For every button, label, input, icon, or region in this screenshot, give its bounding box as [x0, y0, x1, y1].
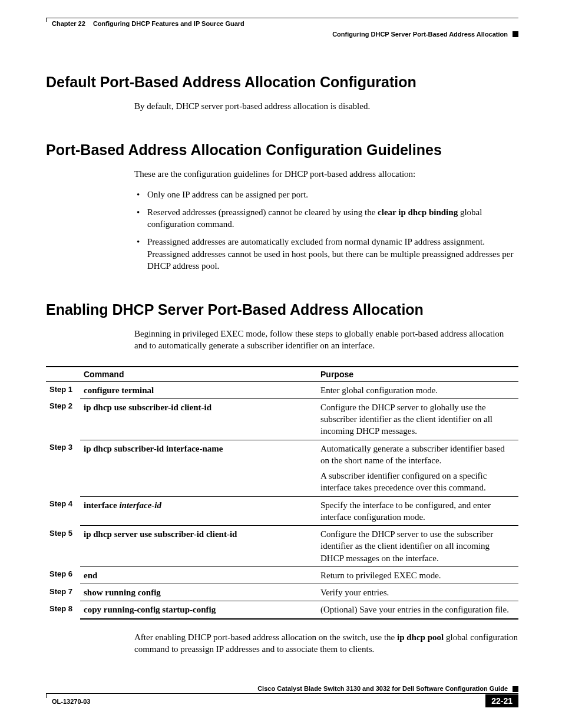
command-text: copy running-config startup-config — [84, 605, 216, 614]
chapter-title: Configuring DHCP Features and IP Source … — [93, 20, 244, 27]
purpose-text: Automatically generate a subscriber iden… — [320, 444, 505, 465]
command-text: ip dhcp subscriber-id interface-name — [84, 444, 223, 453]
paragraph: By default, DHCP server port-based addre… — [134, 100, 518, 112]
footer-guide-title: Cisco Catalyst Blade Switch 3130 and 303… — [257, 685, 508, 693]
page-number: 22-21 — [485, 694, 518, 707]
list-item: Preassigned addresses are automatically … — [134, 236, 518, 272]
header-marker-box — [513, 31, 518, 37]
command-cell: interface interface-id — [80, 496, 317, 526]
purpose-cell: (Optional) Save your entries in the conf… — [317, 601, 518, 619]
chapter-line: Chapter 22 Configuring DHCP Features and… — [46, 18, 518, 27]
bullet-text: Preassigned addresses are automatically … — [147, 237, 514, 271]
purpose-cell: Automatically generate a subscriber iden… — [317, 440, 518, 496]
table-header-purpose: Purpose — [317, 367, 518, 382]
step-label: Step 7 — [46, 584, 80, 601]
body-enabling: Beginning in privileged EXEC mode, follo… — [134, 328, 518, 352]
purpose-cell: Enter global configuration mode. — [317, 381, 518, 398]
purpose-text-2: A subscriber identifier configured on a … — [320, 470, 515, 494]
command-cell: configure terminal — [80, 381, 317, 398]
step-label: Step 6 — [46, 566, 80, 584]
section-title: Configuring DHCP Server Port-Based Addre… — [332, 31, 508, 38]
running-footer: Cisco Catalyst Blade Switch 3130 and 303… — [46, 685, 518, 708]
running-header: Chapter 22 Configuring DHCP Features and… — [46, 18, 518, 38]
bold-command: ip dhcp pool — [397, 633, 444, 642]
command-text: show running config — [84, 588, 161, 597]
command-text: interface — [84, 500, 119, 510]
step-label: Step 1 — [46, 381, 80, 398]
command-cell: show running config — [80, 584, 317, 601]
command-cell: ip dhcp subscriber-id interface-name — [80, 440, 317, 496]
command-arg: interface-id — [119, 500, 161, 510]
bullet-text: Only one IP address can be assigned per … — [147, 190, 308, 199]
chapter-number: Chapter 22 — [52, 20, 85, 27]
command-text: ip dhcp server use subscriber-id client-… — [84, 529, 237, 539]
command-cell: end — [80, 566, 317, 584]
purpose-cell: Specify the interface to be configured, … — [317, 496, 518, 526]
command-text: ip dhcp use subscriber-id client-id — [84, 403, 211, 412]
text: After enabling DHCP port-based address a… — [134, 633, 397, 642]
command-text: end — [84, 571, 97, 580]
step-label: Step 2 — [46, 398, 80, 440]
step-label: Step 5 — [46, 526, 80, 567]
purpose-cell: Verify your entries. — [317, 584, 518, 601]
paragraph-after-table: After enabling DHCP port-based address a… — [134, 631, 518, 655]
document-id: OL-13270-03 — [46, 697, 90, 705]
list-item: Only one IP address can be assigned per … — [134, 189, 518, 200]
header-tick — [46, 18, 47, 22]
purpose-cell: Return to privileged EXEC mode. — [317, 566, 518, 584]
heading-guidelines: Port-Based Address Allocation Configurat… — [46, 141, 518, 159]
paragraph: Beginning in privileged EXEC mode, follo… — [134, 328, 518, 352]
step-label: Step 4 — [46, 496, 80, 526]
footer-marker-box — [513, 686, 518, 692]
body-guidelines: These are the configuration guidelines f… — [134, 168, 518, 272]
step-label: Step 8 — [46, 601, 80, 619]
footer-tick — [46, 694, 47, 698]
table-header-command: Command — [80, 367, 317, 382]
purpose-cell: Configure the DHCP server to globally us… — [317, 398, 518, 440]
bullet-text: Reserved addresses (preassigned) cannot … — [147, 207, 378, 217]
paragraph: These are the configuration guidelines f… — [134, 168, 518, 180]
heading-default-config: Default Port-Based Address Allocation Co… — [46, 74, 518, 91]
list-item: Reserved addresses (preassigned) cannot … — [134, 206, 518, 230]
purpose-cell: Configure the DHCP server to use the sub… — [317, 526, 518, 567]
body-default-config: By default, DHCP server port-based addre… — [134, 100, 518, 112]
command-text: configure terminal — [84, 386, 154, 395]
table-header-blank — [46, 367, 80, 382]
command-cell: ip dhcp use subscriber-id client-id — [80, 398, 317, 440]
bullet-list: Only one IP address can be assigned per … — [134, 189, 518, 272]
heading-enabling: Enabling DHCP Server Port-Based Address … — [46, 301, 518, 318]
step-label: Step 3 — [46, 440, 80, 496]
command-cell: copy running-config startup-config — [80, 601, 317, 619]
procedure-table: Command Purpose Step 1 configure termina… — [46, 366, 518, 620]
command-cell: ip dhcp server use subscriber-id client-… — [80, 526, 317, 567]
bold-command: clear ip dhcp binding — [378, 207, 458, 217]
